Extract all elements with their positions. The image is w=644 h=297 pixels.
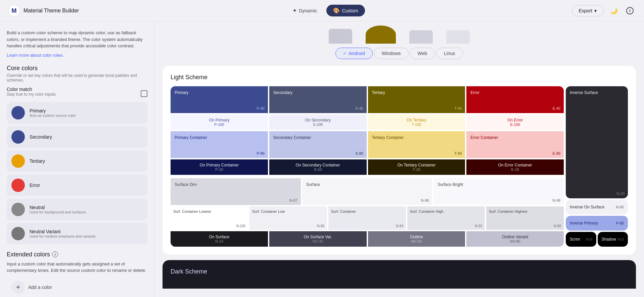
- extended-colors-title: Extended colors i: [7, 251, 147, 258]
- add-color-button[interactable]: + Add a color: [7, 277, 57, 297]
- cell-surface[interactable]: Surface N-98: [302, 178, 432, 205]
- cell-surf-container-lowest[interactable]: Surf. Container Lowest N-100: [171, 206, 248, 230]
- light-scheme-title: Light Scheme: [171, 74, 628, 81]
- on-primary-container-code: P-10: [215, 167, 223, 171]
- light-scheme-card: Light Scheme Primary P-40 Secondary S-40: [163, 66, 636, 255]
- on-tertiary-label: On Tertiary: [407, 118, 426, 122]
- cell-on-tertiary-container[interactable]: On Tertiary Container T-10: [368, 159, 465, 175]
- cell-primary-container[interactable]: Primary Container P-90: [171, 131, 268, 158]
- chevron-down-icon: ▾: [594, 8, 597, 13]
- color-item-neutral[interactable]: Neutral Used for background and surfaces: [7, 199, 147, 220]
- secondary-container-code: S-90: [355, 151, 363, 155]
- cell-on-tertiary[interactable]: On Tertiary T-100: [368, 114, 465, 130]
- cell-on-surface[interactable]: On Surface N-10: [171, 231, 268, 247]
- cell-on-primary[interactable]: On Primary P-100: [171, 114, 268, 130]
- surf-container-row: Surf. Container Lowest N-100 Surf. Conta…: [171, 206, 564, 230]
- neutral-variant-color-name: Neutral Variant: [30, 229, 96, 234]
- cell-surf-container-low[interactable]: Surf. Container Low N-96: [249, 206, 327, 230]
- cell-scrim[interactable]: Scrim N-0: [566, 232, 596, 247]
- cell-surface-bright[interactable]: Surface Bright N-98: [433, 178, 564, 205]
- on-tertiary-code: T-100: [412, 122, 421, 127]
- extended-colors-desc: Input a custom color that automatically …: [7, 261, 147, 274]
- cell-inverse-on-surface[interactable]: Inverse On Surface N-95: [566, 200, 628, 214]
- primary-color-desc: Acts as custom source color: [30, 113, 76, 117]
- surface-row: Surface Dim N-87 Surface N-98 Surface Br…: [171, 178, 564, 205]
- header-nav: ✦ Dynamic 🎨 Custom: [286, 5, 365, 16]
- tab-linux[interactable]: Linux: [436, 48, 463, 59]
- surf-container-low-label: Surf. Container Low: [252, 209, 324, 214]
- primary-container-label: Primary Container: [175, 135, 264, 140]
- right-panel: ✓ Android Windows Web Linux Light Scheme: [154, 21, 644, 297]
- sidebar-learn-more-link[interactable]: Learn more about color roles.: [7, 53, 64, 58]
- error-color-text: Error: [30, 183, 40, 188]
- neutral-color-circle: [11, 203, 25, 216]
- cell-error[interactable]: Error E-40: [466, 86, 564, 113]
- cell-on-error-container[interactable]: On Error Container E-10: [466, 159, 564, 175]
- color-item-primary[interactable]: Primary Acts as custom source color: [7, 102, 147, 123]
- on-surface-label: On Surface: [209, 235, 230, 239]
- sparkle-icon: ✦: [292, 7, 297, 14]
- surface-dim-code: N-87: [289, 198, 297, 202]
- cell-surf-container-high[interactable]: Surf. Container High N-92: [407, 206, 485, 230]
- on-error-code: E-100: [510, 122, 520, 127]
- dark-mode-button[interactable]: 🌙: [608, 5, 620, 17]
- color-item-tertiary[interactable]: Tertiary: [7, 150, 147, 172]
- platform-tabs: ✓ Android Windows Web Linux: [163, 48, 636, 59]
- cell-surface-dim[interactable]: Surface Dim N-87: [171, 178, 301, 205]
- tab-web[interactable]: Web: [410, 48, 435, 59]
- shadow-code: N-0: [618, 237, 624, 241]
- cell-tertiary[interactable]: Tertiary T-40: [368, 86, 465, 113]
- on-container-row: On Primary Container P-10 On Secondary C…: [171, 159, 564, 175]
- color-item-secondary[interactable]: Secondary: [7, 126, 147, 148]
- surf-container-high-label: Surf. Container High: [410, 209, 482, 214]
- dynamic-nav-button[interactable]: ✦ Dynamic: [286, 5, 324, 16]
- shadow-label: Shadow: [602, 237, 616, 242]
- material-logo-icon: M: [8, 5, 20, 17]
- cell-inverse-primary[interactable]: Inverse Primary P-80: [566, 216, 628, 231]
- primary-color-circle: [11, 106, 25, 119]
- on-surface-code: N-10: [215, 239, 223, 243]
- cell-on-primary-container[interactable]: On Primary Container P-10: [171, 159, 268, 175]
- cell-outline-variant[interactable]: Outline Variant NV-80: [466, 231, 564, 247]
- on-primary-container-label: On Primary Container: [200, 163, 239, 167]
- cell-inverse-surface[interactable]: Inverse Surface N-20: [566, 86, 628, 198]
- cell-on-surface-var[interactable]: On Surface Var. NV-30: [269, 231, 367, 247]
- tab-windows[interactable]: Windows: [374, 48, 409, 59]
- cell-secondary[interactable]: Secondary S-40: [269, 86, 367, 113]
- cell-on-secondary[interactable]: On Secondary S-100: [269, 114, 367, 130]
- surf-container-lowest-code: N-100: [236, 224, 245, 228]
- color-match-sublabel: Stay true to my color inputs.: [7, 92, 57, 97]
- color-item-neutral-variant[interactable]: Neutral Variant Used for medium emphasis…: [7, 223, 147, 244]
- cell-secondary-container[interactable]: Secondary Container S-90: [269, 131, 367, 158]
- cell-on-error[interactable]: On Error E-100: [466, 114, 564, 130]
- on-primary-label: On Primary: [209, 118, 230, 122]
- color-item-error[interactable]: Error: [7, 175, 147, 196]
- cell-surf-container[interactable]: Surf. Container N-94: [328, 206, 406, 230]
- error-cell-code: E-40: [553, 106, 560, 110]
- info-button[interactable]: i: [624, 5, 636, 17]
- secondary-cell-label: Secondary: [273, 90, 363, 95]
- tab-android[interactable]: ✓ Android: [335, 48, 372, 59]
- on-secondary-code: S-100: [313, 122, 323, 127]
- secondary-color-name: Secondary: [30, 134, 52, 140]
- error-color-name: Error: [30, 183, 40, 188]
- primary-container-code: P-90: [257, 151, 265, 155]
- cell-outline[interactable]: Outline NV-50: [368, 231, 465, 247]
- surf-container-low-code: N-96: [317, 224, 324, 228]
- cell-error-container[interactable]: Error Container E-90: [466, 131, 564, 158]
- primary-color-name: Primary: [30, 108, 76, 113]
- inverse-surface-label: Inverse Surface: [570, 90, 624, 95]
- cell-primary[interactable]: Primary P-40: [171, 86, 268, 113]
- color-match-label: Color match: [7, 87, 57, 92]
- cell-surf-container-highest[interactable]: Surf. Container Highest N-90: [486, 206, 564, 230]
- custom-nav-button[interactable]: 🎨 Custom: [326, 5, 365, 16]
- color-match-checkbox[interactable]: [141, 90, 147, 97]
- cell-tertiary-container[interactable]: Tertiary Container T-90: [368, 131, 465, 158]
- on-primary-code: P-100: [214, 122, 224, 127]
- neutral-color-desc: Used for background and surfaces: [30, 210, 86, 214]
- export-button[interactable]: Export ▾: [572, 5, 604, 16]
- cell-on-secondary-container[interactable]: On Secondary Container S-10: [269, 159, 367, 175]
- core-colors-title: Core colors: [7, 65, 147, 72]
- cell-shadow[interactable]: Shadow N-0: [598, 232, 628, 247]
- scheme-left: Primary P-40 Secondary S-40 Tertiary T-4…: [171, 86, 564, 247]
